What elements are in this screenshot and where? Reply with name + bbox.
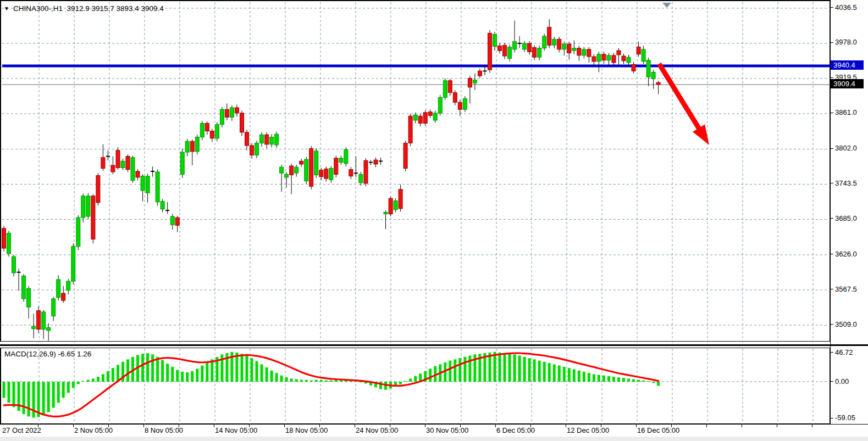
candle	[418, 114, 422, 126]
time-axis-label: 27 Oct 2022	[2, 426, 41, 434]
candle	[126, 154, 130, 172]
time-axis-label: 16 Dec 05:00	[637, 426, 679, 434]
macd-axis-label: 46.72	[835, 348, 853, 356]
candle	[22, 274, 26, 302]
candle	[359, 172, 363, 186]
candle	[533, 45, 537, 60]
candle	[121, 159, 125, 170]
candle	[37, 306, 41, 333]
candle	[448, 79, 452, 96]
time-axis-label: 14 Nov 05:00	[215, 426, 257, 434]
candle	[587, 47, 591, 63]
candle	[567, 42, 571, 60]
candle	[300, 159, 303, 167]
price-axis-label: 3567.5	[835, 285, 857, 293]
price-tick	[830, 77, 833, 78]
candle	[528, 41, 532, 55]
candle	[607, 53, 611, 66]
price-tick	[830, 113, 833, 113]
candle	[220, 107, 224, 127]
price-axis-label: 3509.0	[835, 320, 857, 328]
time-tick	[812, 424, 812, 427]
price-axis-label: 3978.0	[835, 38, 857, 46]
candle	[493, 32, 497, 51]
candle	[250, 143, 254, 159]
candle	[408, 114, 412, 146]
trend-arrow[interactable]	[659, 64, 709, 145]
candle	[215, 122, 219, 141]
candle	[7, 231, 11, 256]
candle	[651, 70, 655, 89]
price-tick	[830, 148, 833, 149]
candle	[161, 199, 164, 212]
time-axis-label: 2 Nov 05:00	[74, 426, 113, 434]
candle	[57, 275, 60, 300]
candle	[389, 197, 392, 216]
candle	[101, 144, 105, 171]
candle	[309, 146, 313, 189]
time-tick	[355, 424, 355, 427]
candle	[413, 113, 417, 124]
price-tick	[830, 254, 833, 254]
candle	[165, 202, 169, 214]
candle	[602, 52, 606, 64]
candle	[334, 156, 338, 177]
candle	[592, 54, 596, 66]
candle	[646, 58, 650, 86]
macd-indicator-pane[interactable]	[0, 348, 830, 424]
price-axis-label: 3802.0	[835, 144, 857, 152]
time-tick	[566, 424, 566, 427]
candle	[86, 193, 90, 219]
macd-axis-label: 0.00	[835, 377, 849, 386]
candle	[488, 30, 492, 73]
time-axis-label: 18 Nov 05:00	[285, 426, 328, 434]
candle	[270, 134, 274, 147]
candle	[265, 132, 269, 149]
candle	[42, 310, 46, 339]
candle	[612, 53, 616, 66]
candle	[478, 69, 482, 78]
candle	[319, 168, 323, 180]
candle	[195, 135, 199, 154]
candle	[71, 243, 75, 284]
candle	[483, 67, 486, 75]
candle	[403, 141, 407, 171]
candle	[131, 156, 135, 183]
candle	[557, 37, 561, 52]
pane-splitter[interactable]	[0, 344, 868, 346]
macd-values: -6.65 1.26	[58, 350, 92, 358]
candle	[62, 286, 65, 303]
pane-border	[0, 424, 868, 425]
candle	[76, 215, 80, 250]
candle	[280, 165, 284, 192]
candle	[339, 156, 343, 165]
candle	[329, 166, 333, 183]
symbol-period-label: CHINA300-,H1	[13, 4, 63, 13]
candle	[453, 90, 457, 105]
candle	[136, 169, 140, 181]
ohlc-readout: 3912.9 3915.7 3893.4 3909.4	[67, 4, 163, 13]
time-axis-label: 6 Dec 05:00	[496, 426, 535, 434]
candle	[423, 110, 427, 125]
candle	[548, 19, 551, 48]
time-tick	[777, 424, 777, 427]
candle	[503, 43, 507, 59]
candle	[384, 210, 388, 229]
candle	[111, 157, 115, 175]
candle	[290, 164, 294, 194]
candle	[91, 194, 95, 244]
candle	[170, 214, 174, 230]
candle	[433, 111, 437, 123]
candle	[175, 216, 179, 232]
candle	[12, 255, 16, 276]
macd-axis-label: -59.05	[835, 414, 855, 422]
candle	[369, 160, 373, 165]
candle	[552, 37, 556, 48]
collapse-icon[interactable]: ▼	[4, 5, 9, 12]
price-tick	[830, 183, 833, 183]
candle	[364, 158, 368, 186]
main-chart-pane[interactable]	[0, 0, 830, 342]
candle	[314, 148, 318, 178]
candle	[225, 103, 229, 120]
candle	[354, 157, 358, 177]
